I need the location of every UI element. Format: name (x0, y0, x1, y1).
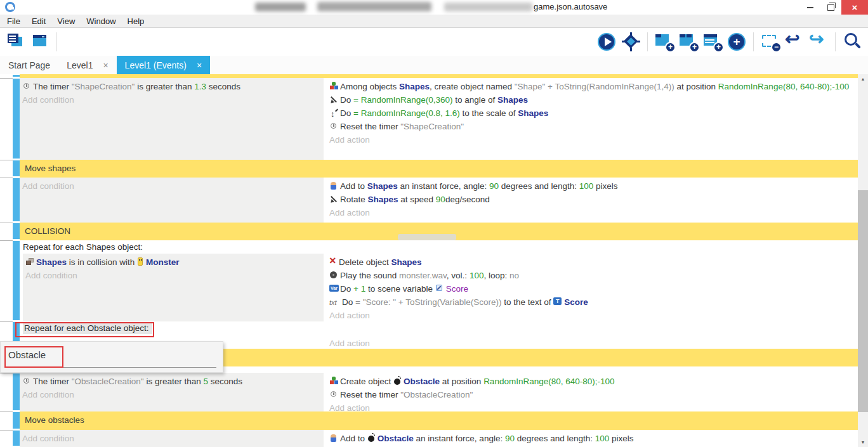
event-select-bar[interactable] (13, 160, 20, 176)
add-condition-button[interactable]: Add condition (22, 93, 320, 107)
scroll-down-button[interactable]: ▼ (858, 437, 868, 447)
remove-event-icon[interactable] (760, 30, 781, 53)
create-icon (329, 377, 339, 385)
event-gutter (0, 411, 13, 430)
add-circle-icon[interactable] (726, 30, 747, 53)
event-select-bar[interactable] (13, 412, 20, 429)
object-selector-popup: Obstacle (0, 341, 223, 373)
undo-icon[interactable] (784, 30, 805, 53)
scene-editor-icon[interactable] (29, 30, 51, 53)
event-select-bar[interactable] (13, 241, 20, 320)
text-segment: to the text of (501, 297, 553, 307)
redo-icon[interactable] (808, 30, 829, 53)
event-gutter (0, 430, 13, 447)
add-action-button[interactable]: Add action (329, 309, 855, 321)
event-select-bar[interactable] (13, 79, 20, 159)
search-icon[interactable] (841, 30, 863, 53)
tab-bar: Start PageLevel1×Level1 (Events)× (0, 56, 868, 74)
scrollbar-thumb[interactable] (858, 190, 868, 412)
add-condition-button[interactable]: Add condition (22, 179, 320, 193)
text-segment: at speed (398, 195, 436, 204)
action-row[interactable]: Reset the timer "ShapeCreation" (329, 120, 855, 133)
action-row[interactable]: Do + 1 to scene variable Score (329, 282, 855, 295)
text-segment: RandomInRange(80, 640-80);-100 (483, 377, 614, 386)
action-row[interactable]: Rotate Shapes at speed 90deg/second (329, 193, 855, 206)
add-action-button[interactable]: Add action (329, 206, 855, 219)
tab-level1-events-[interactable]: Level1 (Events)× (117, 56, 210, 74)
scroll-up-button[interactable]: ▲ (858, 74, 868, 84)
row-body: Move shapes (20, 160, 858, 178)
actions-column: Add action (324, 335, 858, 349)
text-segment: to scene variable (365, 284, 435, 294)
minimize-icon (807, 7, 813, 8)
event-select-bar[interactable] (13, 178, 20, 221)
action-row[interactable]: Do = RandomInRange(0,360) to angle of Sh… (329, 93, 855, 107)
text-segment: no (510, 271, 519, 280)
event-gutter (0, 160, 13, 178)
project-manager-icon[interactable] (5, 30, 27, 53)
action-row[interactable]: Play the sound monster.wav, vol.: 100, l… (329, 269, 855, 282)
action-row[interactable]: Do = "Score: " + ToString(Variable(Score… (329, 295, 855, 309)
row-body: Add conditionAdd to Obstacle an instant … (20, 430, 858, 447)
add-subevent-icon[interactable] (678, 30, 699, 53)
add-event-icon[interactable] (654, 30, 675, 53)
monster-icon (137, 257, 145, 266)
action-row[interactable]: Do = RandomInRange(0.8, 1.6) to the scal… (329, 107, 855, 120)
object-name-input[interactable]: Obstacle (8, 349, 46, 360)
row-body: Move obstacles (20, 411, 858, 430)
add-comment-icon[interactable] (702, 30, 723, 53)
tab-level1[interactable]: Level1× (58, 56, 116, 74)
event-row: The timer "ObstacleCreation" is greater … (0, 373, 858, 411)
condition-row[interactable]: The timer "ShapeCreation" is greater tha… (22, 80, 320, 93)
text-segment: "ShapeCreation" (400, 122, 464, 131)
restore-button[interactable] (821, 0, 840, 15)
text-segment: 90 (505, 434, 515, 443)
text-segment: Obstacle (378, 434, 414, 443)
menu-file[interactable]: File (1, 16, 26, 26)
add-condition-button[interactable]: Add condition (25, 269, 320, 282)
textobj-icon (553, 297, 563, 306)
angle-icon (329, 95, 339, 104)
action-row[interactable]: Reset the timer "ObstacleCreation" (329, 388, 855, 401)
debug-icon[interactable] (620, 30, 641, 53)
menu-window[interactable]: Window (81, 16, 121, 26)
text-segment: Shapes (368, 195, 398, 204)
add-action-button[interactable]: Add action (329, 337, 855, 349)
condition-row[interactable]: Shapes is in collision with Monster (25, 256, 320, 269)
event-select-bar[interactable] (13, 223, 20, 239)
close-button[interactable]: × (841, 0, 868, 15)
comment-label[interactable]: Move shapes (20, 160, 858, 178)
action-row[interactable]: Delete object Shapes (329, 256, 855, 269)
add-action-button[interactable]: Add action (329, 401, 855, 411)
close-tab-icon[interactable]: × (197, 60, 202, 70)
action-row[interactable]: Add to Obstacle an instant force, angle:… (329, 432, 855, 445)
close-tab-icon[interactable]: × (103, 60, 108, 70)
event-select-bar[interactable] (13, 75, 20, 77)
event-row: Repeat for each Shapes object:Shapes is … (0, 240, 858, 321)
minimize-button[interactable] (801, 0, 820, 15)
menu-help[interactable]: Help (122, 16, 150, 26)
tab-start-page[interactable]: Start Page (0, 56, 58, 74)
event-select-bar[interactable] (13, 431, 20, 446)
vertical-scrollbar[interactable]: ▲ ▼ (858, 74, 868, 447)
text-segment: Obstacle (404, 377, 440, 386)
add-condition-button[interactable]: Add condition (22, 432, 320, 445)
comment-label[interactable]: Move obstacles (20, 411, 858, 429)
add-action-button[interactable]: Add action (329, 133, 855, 146)
action-row[interactable]: Create object Obstacle at position Rando… (329, 375, 855, 388)
action-row[interactable]: Add to Shapes an instant force, angle: 9… (329, 179, 855, 193)
repeat-event-header-text: Repeat for each Obstacle object: (23, 323, 152, 334)
play-icon[interactable] (596, 30, 617, 53)
toolbar-left-group (4, 30, 52, 53)
tab-label: Start Page (8, 60, 50, 70)
event-select-bar[interactable] (13, 373, 20, 410)
conditions-column: The timer "ShapeCreation" is greater tha… (20, 78, 324, 160)
condition-row[interactable]: The timer "ObstacleCreation" is greater … (22, 375, 320, 388)
menu-view[interactable]: View (51, 16, 81, 26)
action-row[interactable]: Among objects Shapes, create object name… (329, 80, 855, 93)
menu-edit[interactable]: Edit (26, 16, 51, 26)
repeat-event-header[interactable]: Repeat for each Shapes object: (20, 240, 858, 254)
text-segment: degrees and length: (515, 434, 595, 443)
repeat-event-header[interactable]: Repeat for each Obstacle object: (20, 321, 858, 335)
add-condition-button[interactable]: Add condition (22, 388, 320, 401)
